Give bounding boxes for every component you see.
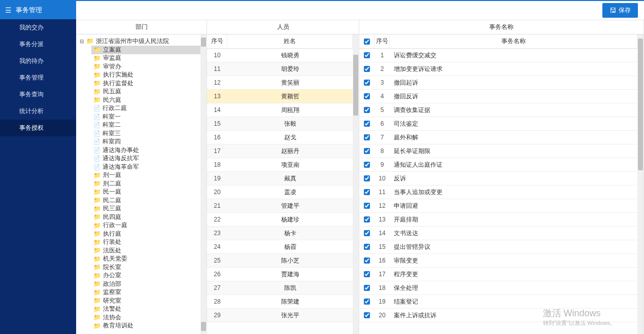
person-row[interactable]: 13黄颖哲 bbox=[207, 90, 353, 103]
task-row-checkbox[interactable] bbox=[364, 312, 370, 318]
task-row[interactable]: 4撤回反诉 bbox=[359, 90, 637, 103]
tree-root[interactable]: ⊟ 📁 浙江省温州市中级人民法院 bbox=[76, 36, 200, 46]
tree-node[interactable]: 📄通达海办事处 bbox=[91, 146, 200, 155]
task-row[interactable]: 3撤回起诉 bbox=[359, 76, 637, 90]
tree-node[interactable]: 📄科室一 bbox=[91, 113, 200, 121]
tree-node[interactable]: 📄通达海反抗军 bbox=[91, 155, 200, 163]
sidebar-header[interactable]: ☰ 事务管理 bbox=[0, 1, 76, 19]
task-row-checkbox[interactable] bbox=[364, 93, 370, 99]
scrollbar-down-arrow[interactable] bbox=[201, 322, 206, 331]
person-row[interactable]: 24杨霞 bbox=[207, 240, 353, 254]
task-row[interactable]: 2增加变更诉讼请求 bbox=[359, 62, 637, 76]
task-row[interactable]: 5调查收集证据 bbox=[359, 103, 637, 117]
person-row[interactable]: 20盖凌 bbox=[207, 185, 353, 199]
task-row[interactable]: 16审限变更 bbox=[359, 254, 637, 268]
person-row[interactable]: 15张毅 bbox=[207, 117, 353, 131]
sidebar-item-5[interactable]: 统计分析 bbox=[0, 103, 76, 120]
task-row[interactable]: 18保全处理 bbox=[359, 281, 637, 295]
task-row[interactable]: 7庭外和解 bbox=[359, 131, 637, 144]
tree-node[interactable]: 📁研究室 bbox=[91, 296, 200, 305]
tree-node[interactable]: 📁法协会 bbox=[91, 313, 200, 322]
tree-node[interactable]: 📁机关党委 bbox=[91, 255, 200, 264]
tree-node[interactable]: 📄科室四 bbox=[91, 138, 200, 146]
person-row[interactable]: 21管建平 bbox=[207, 199, 353, 213]
task-row[interactable]: 8延长举证期限 bbox=[359, 144, 637, 158]
task-row-checkbox[interactable] bbox=[364, 121, 370, 127]
person-row[interactable]: 14周瓯翔 bbox=[207, 103, 353, 117]
sidebar-item-6[interactable]: 事务授权 bbox=[0, 120, 76, 136]
task-row-checkbox[interactable] bbox=[364, 107, 370, 113]
task-row-checkbox[interactable] bbox=[364, 175, 370, 181]
task-row[interactable]: 1诉讼费缓交减交 bbox=[359, 49, 637, 62]
person-row[interactable]: 11胡爱玲 bbox=[207, 62, 353, 76]
person-row[interactable]: 23杨卡 bbox=[207, 227, 353, 240]
task-col-check[interactable] bbox=[359, 34, 375, 48]
task-row-checkbox[interactable] bbox=[364, 299, 370, 305]
task-row-checkbox[interactable] bbox=[364, 134, 370, 140]
tree-node[interactable]: 📁立案庭 bbox=[91, 46, 200, 54]
task-row[interactable]: 10反诉 bbox=[359, 172, 637, 185]
task-row-checkbox[interactable] bbox=[364, 162, 370, 168]
task-row-checkbox[interactable] bbox=[364, 285, 370, 291]
tree-node[interactable]: 📄通达海革命军 bbox=[91, 163, 200, 171]
person-row[interactable]: 27陈凯 bbox=[207, 281, 353, 295]
tree-node[interactable]: 📁民五庭 bbox=[91, 88, 200, 96]
task-row-checkbox[interactable] bbox=[364, 52, 370, 58]
task-row-checkbox[interactable] bbox=[364, 216, 370, 222]
tree-node[interactable]: 📁行政一庭 bbox=[91, 221, 200, 230]
person-row[interactable]: 26贾建海 bbox=[207, 268, 353, 281]
task-row[interactable]: 19结案登记 bbox=[359, 295, 637, 309]
tree-node[interactable]: 📁刑二庭 bbox=[91, 179, 200, 188]
tree-node[interactable]: 📁民四庭 bbox=[91, 213, 200, 221]
task-row-checkbox[interactable] bbox=[364, 148, 370, 154]
task-row-checkbox[interactable] bbox=[364, 244, 370, 250]
tree-node[interactable]: 📄行政二庭 bbox=[91, 104, 200, 113]
tree-node[interactable]: 📁民三庭 bbox=[91, 205, 200, 213]
task-row[interactable]: 6司法鉴定 bbox=[359, 117, 637, 131]
task-scrollbar[interactable] bbox=[637, 34, 643, 334]
person-row[interactable]: 29张光平 bbox=[207, 309, 353, 322]
task-row-checkbox[interactable] bbox=[364, 66, 370, 72]
tree-node[interactable]: 📁审管办 bbox=[91, 62, 200, 71]
task-row-checkbox[interactable] bbox=[364, 230, 370, 236]
person-row[interactable]: 16赵戈 bbox=[207, 131, 353, 144]
sidebar-item-2[interactable]: 我的待办 bbox=[0, 53, 76, 69]
tree-node[interactable]: 📁执行实施处 bbox=[91, 71, 200, 80]
task-row-checkbox[interactable] bbox=[364, 189, 370, 195]
tree-node[interactable]: 📄科室二 bbox=[91, 121, 200, 130]
tree-node[interactable]: 📁法警处 bbox=[91, 305, 200, 314]
dept-scrollbar[interactable] bbox=[200, 34, 207, 334]
tree-node[interactable]: 📄科室三 bbox=[91, 129, 200, 138]
tree-node[interactable]: 📁法医处 bbox=[91, 246, 200, 255]
sidebar-item-4[interactable]: 事务查询 bbox=[0, 86, 76, 103]
task-row-checkbox[interactable] bbox=[364, 257, 370, 264]
tree-node[interactable]: 📁执行庭 bbox=[91, 230, 200, 238]
scrollbar-up-arrow[interactable] bbox=[201, 38, 206, 47]
person-row[interactable]: 19戴真 bbox=[207, 172, 353, 185]
tree-node[interactable]: 📁监察室 bbox=[91, 288, 200, 297]
task-row[interactable]: 13开庭排期 bbox=[359, 213, 637, 227]
person-row[interactable]: 10钱晓勇 bbox=[207, 49, 353, 62]
tree-node[interactable]: 📁执行监督处 bbox=[91, 79, 200, 88]
tree-node[interactable]: 📁审监庭 bbox=[91, 54, 200, 63]
tree-node[interactable]: 📁政治部 bbox=[91, 280, 200, 288]
person-row[interactable]: 28陈荣建 bbox=[207, 295, 353, 309]
task-check-all[interactable] bbox=[364, 39, 370, 45]
task-row[interactable]: 15提出管辖异议 bbox=[359, 240, 637, 254]
sidebar-item-3[interactable]: 事务管理 bbox=[0, 69, 76, 86]
person-scrollbar[interactable] bbox=[353, 34, 359, 334]
tree-node[interactable]: 📁民一庭 bbox=[91, 188, 200, 197]
save-button[interactable]: 🖫 保存 bbox=[602, 3, 638, 18]
tree-node[interactable]: 📁刑一庭 bbox=[91, 171, 200, 180]
task-row[interactable]: 17程序变更 bbox=[359, 268, 637, 281]
person-row[interactable]: 22杨建珍 bbox=[207, 213, 353, 227]
task-row[interactable]: 9通知证人出庭作证 bbox=[359, 158, 637, 172]
task-row-checkbox[interactable] bbox=[364, 203, 370, 209]
tree-node[interactable]: 📁民二庭 bbox=[91, 196, 200, 205]
tree-node[interactable]: 📁民六庭 bbox=[91, 96, 200, 104]
sidebar-item-1[interactable]: 事务分派 bbox=[0, 36, 76, 53]
scrollbar-thumb[interactable] bbox=[638, 39, 643, 170]
sidebar-item-0[interactable]: 我的交办 bbox=[0, 19, 76, 36]
person-row[interactable]: 17赵丽丹 bbox=[207, 144, 353, 158]
tree-node[interactable]: 📁教育培训处 bbox=[91, 322, 200, 330]
